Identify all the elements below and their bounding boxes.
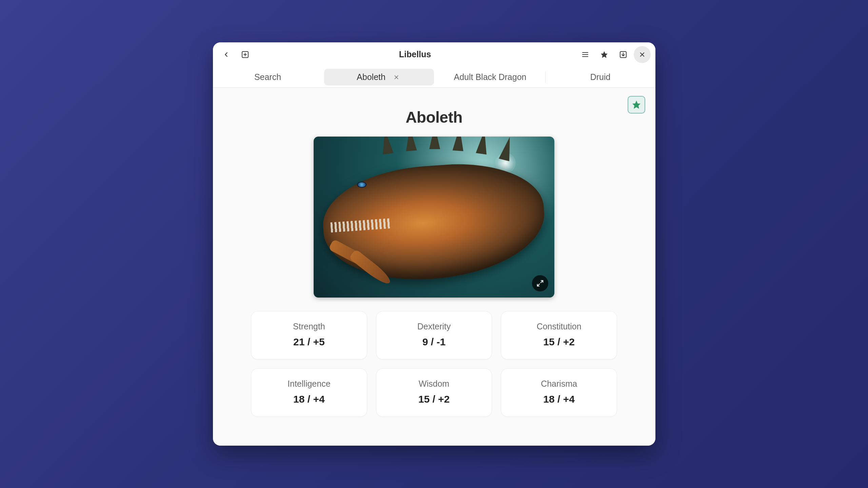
close-icon: [394, 75, 399, 80]
svg-marker-13: [633, 101, 640, 108]
close-window-button[interactable]: [634, 46, 651, 63]
tab-adult-black-dragon[interactable]: Adult Black Dragon: [435, 67, 545, 87]
page-title: Aboleth: [243, 108, 625, 126]
download-button[interactable]: [615, 46, 632, 63]
hamburger-icon: [581, 50, 589, 59]
stat-charisma: Charisma 18 / +4: [501, 368, 617, 417]
tab-aboleth[interactable]: Aboleth: [324, 69, 434, 85]
app-title: Libellus: [254, 49, 577, 59]
stat-value: 18 / +4: [255, 393, 363, 405]
titlebar: Libellus: [213, 42, 655, 67]
tab-close-button[interactable]: [392, 73, 401, 82]
back-button[interactable]: [218, 46, 235, 63]
stat-label: Strength: [255, 322, 363, 331]
tab-label: Adult Black Dragon: [454, 72, 526, 82]
chevron-left-icon: [222, 51, 230, 58]
stat-label: Dexterity: [380, 322, 489, 331]
stat-dexterity: Dexterity 9 / -1: [376, 311, 492, 360]
stat-wisdom: Wisdom 15 / +2: [376, 368, 492, 417]
app-window: Libellus Search Aboleth: [213, 42, 655, 446]
tab-bar: Search Aboleth Adult Black Dragon Druid: [213, 67, 655, 88]
stat-label: Wisdom: [380, 379, 489, 389]
stat-intelligence: Intelligence 18 / +4: [251, 368, 367, 417]
star-icon: [600, 50, 608, 59]
tab-search[interactable]: Search: [213, 67, 323, 87]
tab-druid[interactable]: Druid: [546, 67, 655, 87]
expand-icon: [536, 280, 544, 287]
stat-value: 15 / +2: [505, 336, 613, 348]
expand-image-button[interactable]: [532, 275, 548, 291]
tab-label: Aboleth: [357, 72, 386, 82]
stat-strength: Strength 21 / +5: [251, 311, 367, 360]
content-inner: Aboleth Strength 21 / +5 Dex: [213, 88, 655, 430]
menu-button[interactable]: [577, 46, 594, 63]
star-filled-icon: [632, 100, 641, 109]
close-icon: [639, 52, 645, 58]
tab-label: Search: [254, 72, 281, 82]
stat-value: 9 / -1: [380, 336, 489, 348]
creature-image: [314, 137, 554, 298]
stat-value: 15 / +2: [380, 393, 489, 405]
stat-value: 21 / +5: [255, 336, 363, 348]
plus-square-icon: [241, 50, 249, 59]
stat-value: 18 / +4: [505, 393, 613, 405]
stat-label: Intelligence: [255, 379, 363, 389]
stat-label: Charisma: [505, 379, 613, 389]
new-tab-button[interactable]: [237, 46, 254, 63]
favorite-toggle[interactable]: [628, 96, 645, 114]
stats-grid: Strength 21 / +5 Dexterity 9 / -1 Consti…: [251, 311, 617, 417]
stat-constitution: Constitution 15 / +2: [501, 311, 617, 360]
svg-marker-6: [601, 51, 608, 58]
stat-label: Constitution: [505, 322, 613, 331]
content-scroll[interactable]: Aboleth Strength 21 / +5 Dex: [213, 88, 655, 446]
favorites-button[interactable]: [596, 46, 613, 63]
download-icon: [619, 50, 627, 59]
tab-label: Druid: [590, 72, 611, 82]
